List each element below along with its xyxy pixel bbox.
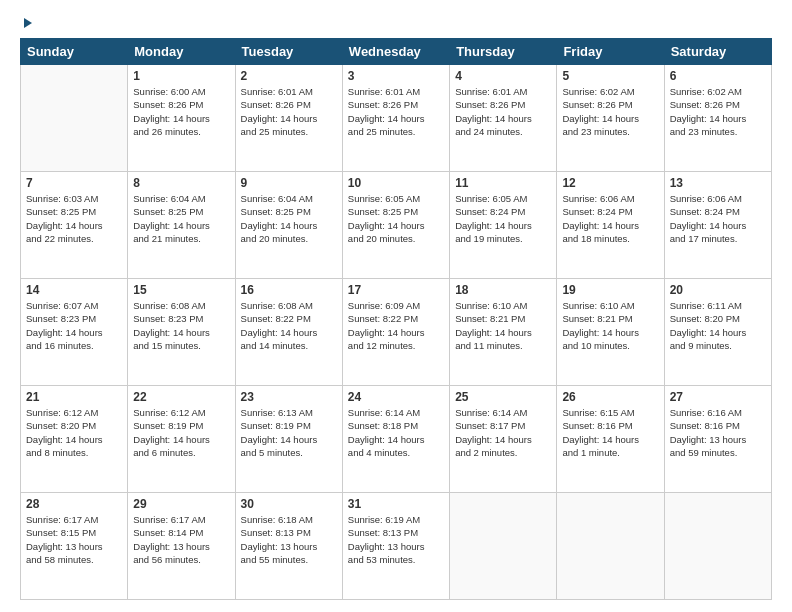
- calendar-cell: 12Sunrise: 6:06 AM Sunset: 8:24 PM Dayli…: [557, 172, 664, 279]
- calendar-table: SundayMondayTuesdayWednesdayThursdayFrid…: [20, 38, 772, 600]
- day-info: Sunrise: 6:17 AM Sunset: 8:14 PM Dayligh…: [133, 513, 229, 566]
- calendar-cell: 17Sunrise: 6:09 AM Sunset: 8:22 PM Dayli…: [342, 279, 449, 386]
- calendar-cell: [557, 493, 664, 600]
- svg-marker-0: [24, 18, 32, 28]
- calendar-cell: [450, 493, 557, 600]
- day-number: 11: [455, 176, 551, 190]
- day-number: 15: [133, 283, 229, 297]
- day-number: 25: [455, 390, 551, 404]
- calendar-cell: 4Sunrise: 6:01 AM Sunset: 8:26 PM Daylig…: [450, 65, 557, 172]
- day-number: 22: [133, 390, 229, 404]
- day-info: Sunrise: 6:11 AM Sunset: 8:20 PM Dayligh…: [670, 299, 766, 352]
- header: [20, 16, 772, 30]
- day-info: Sunrise: 6:19 AM Sunset: 8:13 PM Dayligh…: [348, 513, 444, 566]
- calendar-cell: 7Sunrise: 6:03 AM Sunset: 8:25 PM Daylig…: [21, 172, 128, 279]
- logo: [20, 16, 35, 30]
- calendar-cell: 9Sunrise: 6:04 AM Sunset: 8:25 PM Daylig…: [235, 172, 342, 279]
- day-info: Sunrise: 6:08 AM Sunset: 8:23 PM Dayligh…: [133, 299, 229, 352]
- day-info: Sunrise: 6:02 AM Sunset: 8:26 PM Dayligh…: [670, 85, 766, 138]
- day-number: 31: [348, 497, 444, 511]
- day-number: 6: [670, 69, 766, 83]
- day-number: 3: [348, 69, 444, 83]
- day-info: Sunrise: 6:12 AM Sunset: 8:19 PM Dayligh…: [133, 406, 229, 459]
- day-info: Sunrise: 6:14 AM Sunset: 8:17 PM Dayligh…: [455, 406, 551, 459]
- day-number: 14: [26, 283, 122, 297]
- calendar-cell: 31Sunrise: 6:19 AM Sunset: 8:13 PM Dayli…: [342, 493, 449, 600]
- day-number: 7: [26, 176, 122, 190]
- day-number: 4: [455, 69, 551, 83]
- calendar-cell: 26Sunrise: 6:15 AM Sunset: 8:16 PM Dayli…: [557, 386, 664, 493]
- day-info: Sunrise: 6:08 AM Sunset: 8:22 PM Dayligh…: [241, 299, 337, 352]
- calendar-header-row: SundayMondayTuesdayWednesdayThursdayFrid…: [21, 39, 772, 65]
- day-info: Sunrise: 6:01 AM Sunset: 8:26 PM Dayligh…: [348, 85, 444, 138]
- day-number: 29: [133, 497, 229, 511]
- day-info: Sunrise: 6:15 AM Sunset: 8:16 PM Dayligh…: [562, 406, 658, 459]
- day-info: Sunrise: 6:17 AM Sunset: 8:15 PM Dayligh…: [26, 513, 122, 566]
- calendar-cell: 16Sunrise: 6:08 AM Sunset: 8:22 PM Dayli…: [235, 279, 342, 386]
- day-number: 8: [133, 176, 229, 190]
- day-info: Sunrise: 6:06 AM Sunset: 8:24 PM Dayligh…: [562, 192, 658, 245]
- day-number: 13: [670, 176, 766, 190]
- day-info: Sunrise: 6:05 AM Sunset: 8:24 PM Dayligh…: [455, 192, 551, 245]
- calendar-cell: 2Sunrise: 6:01 AM Sunset: 8:26 PM Daylig…: [235, 65, 342, 172]
- calendar-cell: 14Sunrise: 6:07 AM Sunset: 8:23 PM Dayli…: [21, 279, 128, 386]
- day-info: Sunrise: 6:06 AM Sunset: 8:24 PM Dayligh…: [670, 192, 766, 245]
- calendar-cell: 8Sunrise: 6:04 AM Sunset: 8:25 PM Daylig…: [128, 172, 235, 279]
- day-number: 1: [133, 69, 229, 83]
- day-info: Sunrise: 6:02 AM Sunset: 8:26 PM Dayligh…: [562, 85, 658, 138]
- calendar-cell: 1Sunrise: 6:00 AM Sunset: 8:26 PM Daylig…: [128, 65, 235, 172]
- day-info: Sunrise: 6:18 AM Sunset: 8:13 PM Dayligh…: [241, 513, 337, 566]
- day-number: 20: [670, 283, 766, 297]
- calendar-cell: 11Sunrise: 6:05 AM Sunset: 8:24 PM Dayli…: [450, 172, 557, 279]
- day-number: 28: [26, 497, 122, 511]
- calendar-cell: 23Sunrise: 6:13 AM Sunset: 8:19 PM Dayli…: [235, 386, 342, 493]
- calendar-header-tuesday: Tuesday: [235, 39, 342, 65]
- calendar-header-friday: Friday: [557, 39, 664, 65]
- calendar-cell: 19Sunrise: 6:10 AM Sunset: 8:21 PM Dayli…: [557, 279, 664, 386]
- day-number: 12: [562, 176, 658, 190]
- calendar-cell: [664, 493, 771, 600]
- day-info: Sunrise: 6:07 AM Sunset: 8:23 PM Dayligh…: [26, 299, 122, 352]
- calendar-cell: 13Sunrise: 6:06 AM Sunset: 8:24 PM Dayli…: [664, 172, 771, 279]
- calendar-cell: 22Sunrise: 6:12 AM Sunset: 8:19 PM Dayli…: [128, 386, 235, 493]
- day-number: 19: [562, 283, 658, 297]
- day-number: 5: [562, 69, 658, 83]
- calendar-header-thursday: Thursday: [450, 39, 557, 65]
- calendar-cell: 3Sunrise: 6:01 AM Sunset: 8:26 PM Daylig…: [342, 65, 449, 172]
- calendar-week-4: 21Sunrise: 6:12 AM Sunset: 8:20 PM Dayli…: [21, 386, 772, 493]
- calendar-header-sunday: Sunday: [21, 39, 128, 65]
- day-info: Sunrise: 6:10 AM Sunset: 8:21 PM Dayligh…: [562, 299, 658, 352]
- calendar-cell: 5Sunrise: 6:02 AM Sunset: 8:26 PM Daylig…: [557, 65, 664, 172]
- calendar-cell: 6Sunrise: 6:02 AM Sunset: 8:26 PM Daylig…: [664, 65, 771, 172]
- calendar-cell: 10Sunrise: 6:05 AM Sunset: 8:25 PM Dayli…: [342, 172, 449, 279]
- calendar-cell: 21Sunrise: 6:12 AM Sunset: 8:20 PM Dayli…: [21, 386, 128, 493]
- day-info: Sunrise: 6:16 AM Sunset: 8:16 PM Dayligh…: [670, 406, 766, 459]
- day-number: 16: [241, 283, 337, 297]
- day-number: 27: [670, 390, 766, 404]
- day-number: 26: [562, 390, 658, 404]
- day-number: 10: [348, 176, 444, 190]
- day-info: Sunrise: 6:14 AM Sunset: 8:18 PM Dayligh…: [348, 406, 444, 459]
- calendar-cell: 20Sunrise: 6:11 AM Sunset: 8:20 PM Dayli…: [664, 279, 771, 386]
- calendar-header-monday: Monday: [128, 39, 235, 65]
- day-info: Sunrise: 6:04 AM Sunset: 8:25 PM Dayligh…: [241, 192, 337, 245]
- calendar-week-2: 7Sunrise: 6:03 AM Sunset: 8:25 PM Daylig…: [21, 172, 772, 279]
- calendar-cell: 15Sunrise: 6:08 AM Sunset: 8:23 PM Dayli…: [128, 279, 235, 386]
- calendar-cell: 29Sunrise: 6:17 AM Sunset: 8:14 PM Dayli…: [128, 493, 235, 600]
- logo-arrow-icon: [20, 16, 34, 34]
- calendar-cell: 18Sunrise: 6:10 AM Sunset: 8:21 PM Dayli…: [450, 279, 557, 386]
- calendar-cell: [21, 65, 128, 172]
- day-info: Sunrise: 6:12 AM Sunset: 8:20 PM Dayligh…: [26, 406, 122, 459]
- day-info: Sunrise: 6:10 AM Sunset: 8:21 PM Dayligh…: [455, 299, 551, 352]
- calendar-cell: 27Sunrise: 6:16 AM Sunset: 8:16 PM Dayli…: [664, 386, 771, 493]
- calendar-header-wednesday: Wednesday: [342, 39, 449, 65]
- day-info: Sunrise: 6:00 AM Sunset: 8:26 PM Dayligh…: [133, 85, 229, 138]
- page: SundayMondayTuesdayWednesdayThursdayFrid…: [0, 0, 792, 612]
- day-info: Sunrise: 6:01 AM Sunset: 8:26 PM Dayligh…: [455, 85, 551, 138]
- day-number: 18: [455, 283, 551, 297]
- calendar-cell: 25Sunrise: 6:14 AM Sunset: 8:17 PM Dayli…: [450, 386, 557, 493]
- day-number: 9: [241, 176, 337, 190]
- day-info: Sunrise: 6:13 AM Sunset: 8:19 PM Dayligh…: [241, 406, 337, 459]
- calendar-cell: 28Sunrise: 6:17 AM Sunset: 8:15 PM Dayli…: [21, 493, 128, 600]
- day-info: Sunrise: 6:09 AM Sunset: 8:22 PM Dayligh…: [348, 299, 444, 352]
